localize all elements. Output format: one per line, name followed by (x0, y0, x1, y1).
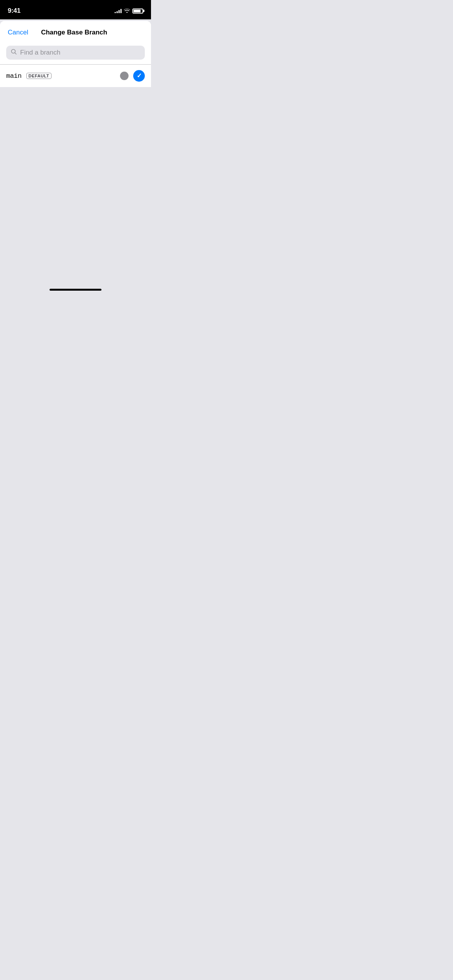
branch-selected-icon: ✓ (133, 70, 145, 82)
branch-list: main DEFAULT ✓ (0, 65, 151, 87)
status-time: 9:41 (8, 7, 21, 15)
page-title: Change Base Branch (41, 29, 107, 36)
home-indicator (0, 281, 151, 294)
search-container (0, 43, 151, 64)
status-bar: 9:41 (0, 0, 151, 19)
checkmark-icon: ✓ (137, 73, 142, 79)
signal-bars-icon (115, 9, 122, 13)
search-input[interactable] (20, 49, 140, 57)
branch-item-main[interactable]: main DEFAULT ✓ (0, 65, 151, 87)
battery-icon (132, 9, 143, 14)
modal-sheet: Cancel Change Base Branch main DEFAULT ✓ (0, 21, 151, 87)
wifi-icon (124, 8, 130, 14)
search-bar (6, 46, 145, 60)
nav-bar: Cancel Change Base Branch (0, 21, 151, 43)
content-area (0, 87, 151, 281)
search-icon (11, 49, 17, 57)
default-badge: DEFAULT (26, 73, 51, 79)
status-icons (115, 8, 143, 14)
battery-fill (134, 10, 141, 12)
branch-dot-icon (120, 72, 129, 80)
home-bar (50, 289, 101, 291)
cancel-button[interactable]: Cancel (8, 27, 28, 38)
branch-name: main (6, 72, 22, 80)
